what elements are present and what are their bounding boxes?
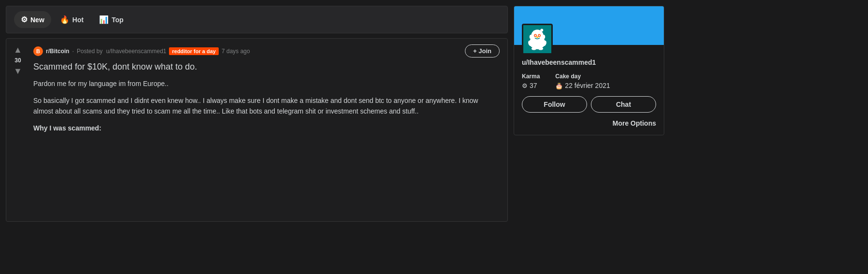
main-content: ⚙ New 🔥 Hot 📊 Top ▲ 30 ▼ B r/Bitcoin · P… xyxy=(6,6,508,268)
top-icon: 📊 xyxy=(99,15,109,24)
user-card: u/Ihavebeenscammed1 Karma ⚙ 37 Cake day … xyxy=(514,6,664,135)
follow-button[interactable]: Follow xyxy=(522,96,587,113)
svg-line-4 xyxy=(540,31,542,31)
more-options-button[interactable]: More Options xyxy=(522,117,656,127)
post-body: B r/Bitcoin · Posted by u/Ihavebeenscamm… xyxy=(29,43,504,217)
cakeday-label: Cake day xyxy=(555,73,610,80)
meta-dot: · xyxy=(72,48,74,55)
vote-column: ▲ 30 ▼ xyxy=(10,43,26,217)
flair-badge: redditor for a day xyxy=(169,47,218,55)
sidebar: u/Ihavebeenscammed1 Karma ⚙ 37 Cake day … xyxy=(514,6,664,268)
svg-point-9 xyxy=(530,35,533,39)
karma-value: ⚙ 37 xyxy=(522,82,540,89)
vote-count: 30 xyxy=(14,57,21,64)
avatar-svg xyxy=(523,25,551,53)
sort-top-label: Top xyxy=(112,16,124,24)
svg-point-10 xyxy=(542,35,545,39)
svg-point-7 xyxy=(534,35,536,36)
chat-button[interactable]: Chat xyxy=(591,96,656,113)
user-display-name: u/Ihavebeenscammed1 xyxy=(522,58,656,66)
sort-top-button[interactable]: 📊 Top xyxy=(92,11,130,28)
cakeday-date: 22 février 2021 xyxy=(565,82,610,89)
cakeday-stat: Cake day 🎂 22 février 2021 xyxy=(555,73,610,89)
user-actions: Follow Chat xyxy=(522,96,656,113)
sort-hot-label: Hot xyxy=(72,16,84,24)
post-meta: B r/Bitcoin · Posted by u/Ihavebeenscamm… xyxy=(33,44,500,58)
subreddit-icon: B xyxy=(33,46,43,56)
posted-by-label: Posted by u/Ihavebeenscammed1 xyxy=(77,48,166,55)
user-card-body: u/Ihavebeenscammed1 Karma ⚙ 37 Cake day … xyxy=(514,45,664,135)
svg-point-15 xyxy=(536,36,539,38)
upvote-button[interactable]: ▲ xyxy=(13,44,23,55)
hot-icon: 🔥 xyxy=(60,15,70,24)
cakeday-value: 🎂 22 février 2021 xyxy=(555,82,610,89)
cake-icon: 🎂 xyxy=(555,82,563,89)
post-card: ▲ 30 ▼ B r/Bitcoin · Posted by u/Ihavebe… xyxy=(6,38,508,222)
svg-point-8 xyxy=(539,35,540,36)
post-text: Pardon me for my language im from Europe… xyxy=(33,78,500,133)
post-paragraph-2: Why I was scammed: xyxy=(33,123,500,133)
svg-point-13 xyxy=(532,47,536,50)
sort-hot-button[interactable]: 🔥 Hot xyxy=(53,11,90,28)
sort-bar: ⚙ New 🔥 Hot 📊 Top xyxy=(6,6,508,33)
downvote-button[interactable]: ▼ xyxy=(13,66,23,76)
post-time: 7 days ago xyxy=(222,48,250,55)
karma-icon: ⚙ xyxy=(522,82,528,89)
subreddit-name[interactable]: r/Bitcoin xyxy=(46,48,70,55)
sort-new-label: New xyxy=(30,16,44,24)
karma-label: Karma xyxy=(522,73,540,80)
post-paragraph-1: So basically I got scammed and I didnt e… xyxy=(33,95,500,117)
join-button[interactable]: + Join xyxy=(465,44,500,58)
svg-point-14 xyxy=(538,47,543,50)
post-paragraph-0: Pardon me for my language im from Europe… xyxy=(33,78,500,89)
user-stats: Karma ⚙ 37 Cake day 🎂 22 février 2021 xyxy=(522,73,656,89)
username-link[interactable]: u/Ihavebeenscammed1 xyxy=(106,48,167,55)
post-title: Scammed for $10K, dont know what to do. xyxy=(33,61,500,72)
karma-stat: Karma ⚙ 37 xyxy=(522,73,540,89)
avatar xyxy=(522,24,553,55)
user-card-banner xyxy=(514,6,664,45)
sort-new-button[interactable]: ⚙ New xyxy=(14,11,51,28)
karma-number: 37 xyxy=(530,82,537,89)
new-icon: ⚙ xyxy=(21,15,28,24)
